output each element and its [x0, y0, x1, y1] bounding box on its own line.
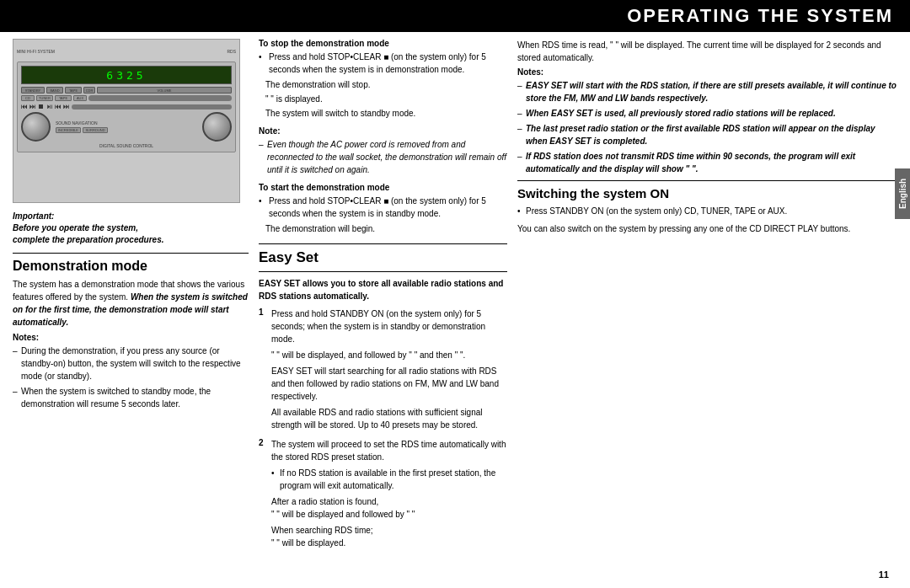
middle-divider: [259, 243, 507, 244]
divider-1: [13, 253, 249, 254]
right-note-1: EASY SET will start with the RDS station…: [517, 79, 897, 104]
demo-text: The system has a demonstration mode that…: [13, 278, 249, 329]
step-2: 2 The system will proceed to set the RDS…: [259, 438, 507, 549]
right-note-4: If RDS station does not transmit RDS tim…: [517, 150, 897, 175]
right-note-3: The last preset radio station or the fir…: [517, 122, 897, 147]
step-2-content: The system will proceed to set the RDS t…: [271, 438, 507, 549]
middle-note-section: Note: Even though the AC power cord is r…: [259, 126, 507, 176]
easy-set-divider: [259, 271, 507, 272]
demo-note-1: During the demonstration, if you press a…: [13, 345, 249, 382]
easy-set-intro: EASY SET allows you to store all availab…: [259, 277, 507, 302]
stop-demo-section: To stop the demonstration mode Press and…: [259, 39, 507, 120]
start-demo-bullet: Press and hold STOP•CLEAR ■ (on the syst…: [259, 195, 507, 220]
demo-notes-label: Notes:: [13, 333, 249, 342]
stop-demo-result-1: The demonstration will stop.: [259, 78, 507, 91]
demo-mode-section: Demonstration mode The system has a demo…: [13, 259, 249, 410]
left-column: MINI HI-FI SYSTEM RDS 6325 STANDBY BAND: [13, 39, 249, 578]
middle-note-label: Note:: [259, 126, 507, 136]
rds-section: When RDS time is read, " " will be displ…: [517, 39, 897, 175]
page-number: 11: [879, 569, 889, 580]
important-section: Important: Before you operate the system…: [13, 211, 249, 246]
right-note-2: When EASY SET is used, all previously st…: [517, 107, 897, 120]
important-text-2: complete the preparation procedures.: [13, 234, 249, 246]
right-notes-label: Notes:: [517, 67, 897, 77]
step-1-content: Press and hold STANDBY ON (on the system…: [271, 307, 507, 431]
switching-section: Switching the system ON Press STANDBY ON…: [517, 186, 897, 235]
easy-set-heading: Easy Set: [259, 249, 507, 266]
header-title: OPERATING THE SYSTEM: [627, 5, 893, 26]
demo-note-2: When the system is switched to standby m…: [13, 385, 249, 410]
important-text-1: Before you operate the system,: [13, 222, 249, 234]
start-demo-result: The demonstration will begin.: [259, 222, 507, 235]
right-column: When RDS time is read, " " will be displ…: [517, 39, 897, 578]
stop-demo-result-3: The system will switch to standby mode.: [259, 107, 507, 120]
middle-column: To stop the demonstration mode Press and…: [259, 39, 507, 578]
step-1: 1 Press and hold STANDBY ON (on the syst…: [259, 307, 507, 431]
page-header: OPERATING THE SYSTEM: [0, 0, 910, 32]
easy-set-section: Easy Set EASY SET allows you to store al…: [259, 249, 507, 549]
demo-heading: Demonstration mode: [13, 259, 249, 274]
start-demo-heading: To start the demonstration mode: [259, 183, 507, 192]
switching-heading: Switching the system ON: [517, 186, 897, 200]
middle-note-1: Even though the AC power cord is removed…: [259, 138, 507, 176]
switching-text: You can also switch on the system by pre…: [517, 222, 897, 235]
stop-demo-result-2: " " is displayed.: [259, 93, 507, 105]
rds-heading: When RDS time is read, " " will be displ…: [517, 39, 897, 64]
switching-bullet: Press STANDBY ON (on the system only) CD…: [517, 205, 897, 217]
important-label: Important:: [13, 211, 249, 221]
stop-demo-heading: To stop the demonstration mode: [259, 39, 507, 48]
device-image: MINI HI-FI SYSTEM RDS 6325 STANDBY BAND: [13, 39, 240, 203]
right-divider: [517, 180, 897, 181]
start-demo-section: To start the demonstration mode Press an…: [259, 183, 507, 235]
stop-demo-bullet: Press and hold STOP•CLEAR ■ (on the syst…: [259, 51, 507, 76]
